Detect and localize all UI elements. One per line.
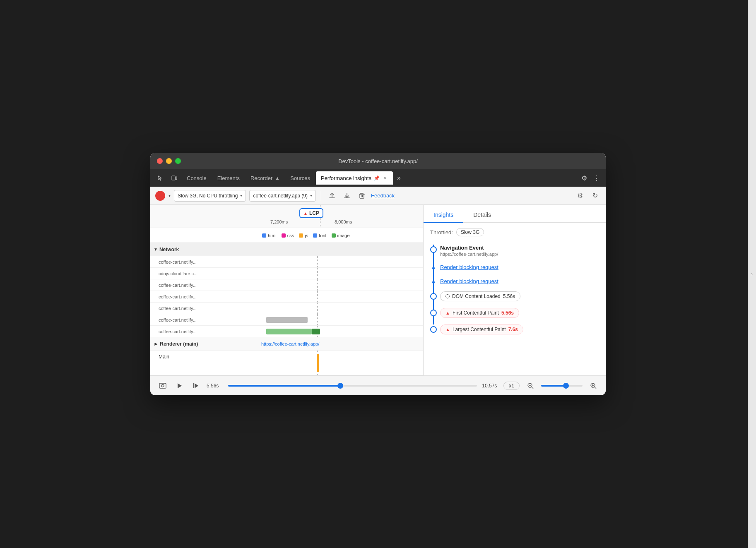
dom-circle-icon [430, 293, 437, 300]
tab-insights[interactable]: Insights [424, 212, 463, 223]
record-dropdown-arrow[interactable]: ▾ [169, 193, 171, 198]
dom-badge: DOM Content Loaded 5.56s [440, 291, 520, 301]
tab-recorder[interactable]: Recorder ▲ [246, 171, 284, 185]
row-label: coffee-cart.netlify... [150, 260, 258, 264]
fcp-badge-value: 5.56s [501, 310, 514, 316]
feedback-link[interactable]: Feedback [371, 192, 395, 199]
vert-line [433, 277, 434, 291]
dashed-line-row [317, 303, 318, 314]
tab-details[interactable]: Details [463, 212, 501, 223]
dom-badge-label: DOM Content Loaded [452, 293, 501, 299]
legend-css: css [282, 233, 294, 238]
zoom-out-icon[interactable] [525, 380, 536, 392]
lcp-circle-icon [430, 326, 437, 333]
tab-sources[interactable]: Sources [285, 171, 315, 185]
skip-to-start-icon[interactable] [190, 380, 202, 392]
svg-rect-0 [172, 176, 175, 180]
renderer-link[interactable]: https://coffee-cart.netlify.app/ [261, 341, 319, 346]
row-label: cdnjs.cloudflare.c... [150, 271, 258, 276]
row-bar-area [258, 303, 423, 314]
slider-thumb[interactable] [337, 383, 343, 389]
more-options-icon[interactable]: ⋮ [591, 172, 602, 184]
table-row[interactable]: coffee-cart.netlify... [150, 279, 423, 291]
window-title: DevTools - coffee-cart.netlify.app/ [338, 158, 418, 164]
render-dot-2-icon [432, 281, 435, 284]
render-blocking-2-link[interactable]: Render blocking request [440, 278, 498, 284]
renderer-toggle-icon: ► [154, 341, 160, 347]
svg-rect-1 [176, 177, 177, 180]
table-row[interactable]: cdnjs.cloudflare.c... [150, 268, 423, 279]
screenshot-icon[interactable] [157, 380, 169, 392]
zoom-badge[interactable]: x1 [503, 382, 520, 390]
maximize-button[interactable] [175, 158, 181, 164]
more-tabs-icon[interactable]: » [394, 174, 404, 182]
table-row[interactable]: coffee-cart.netlify... [150, 303, 423, 314]
zoom-in-icon[interactable] [587, 380, 599, 392]
titlebar-buttons [157, 158, 181, 164]
network-select[interactable]: Slow 3G, No CPU throttling ▾ [174, 190, 246, 202]
table-row[interactable]: coffee-cart.netlify... [150, 291, 423, 303]
fcp-circle-icon [430, 310, 437, 316]
cursor-icon[interactable] [154, 171, 167, 185]
time-end: 10.57s [482, 383, 498, 389]
event-dom-content: DOM Content Loaded 5.56s [440, 291, 606, 301]
bar-gray [266, 317, 308, 323]
upload-icon[interactable] [326, 190, 338, 202]
legend-html-dot [262, 233, 266, 238]
legend-image-dot [332, 233, 336, 238]
renderer-section-header[interactable]: ► Renderer (main) https://coffee-cart.ne… [150, 337, 423, 351]
legend-css-label: css [287, 233, 294, 238]
lcp-badge-label: Largest Contentful Paint [453, 327, 506, 332]
lcp-label: LCP [309, 210, 319, 216]
zoom-slider[interactable] [541, 385, 583, 387]
main-label: Main [150, 351, 258, 360]
zoom-thumb[interactable] [563, 383, 569, 389]
minimize-button[interactable] [166, 158, 172, 164]
bar-green-dark [312, 329, 320, 334]
dashed-line-row [317, 279, 318, 291]
network-section-header[interactable]: ▼ Network [150, 243, 423, 256]
gear-icon[interactable]: ⚙ [574, 190, 586, 202]
tab-elements[interactable]: Elements [212, 171, 245, 185]
timeline-header: 7,200ms 8,000ms ▲ LCP [150, 205, 423, 228]
table-row[interactable]: coffee-cart.netlify... [150, 256, 423, 268]
site-select[interactable]: coffee-cart.netlify.app (9) ▾ [249, 190, 316, 202]
playback-slider[interactable] [228, 385, 477, 387]
lcp-warning-icon: ▲ [445, 327, 450, 332]
legend-js-label: js [305, 233, 308, 238]
settings-icon[interactable]: ⚙ [578, 172, 590, 184]
dom-circle-small-icon [445, 294, 450, 298]
table-row[interactable]: coffee-cart.netlify... [150, 314, 423, 326]
event-fcp: ▲ First Contentful Paint 5.56s [440, 308, 606, 318]
tab-recorder-label: Recorder [250, 175, 272, 181]
tabbar: Console Elements Recorder ▲ Sources Perf… [150, 169, 606, 187]
lcp-event-badge: ▲ Largest Contentful Paint 7.6s [440, 324, 523, 334]
record-button[interactable] [155, 191, 165, 201]
event-lcp-content: ▲ Largest Contentful Paint 7.6s [440, 324, 606, 334]
network-section: ▼ Network coffee-cart.netlify... cdnjs.c… [150, 243, 423, 375]
device-icon[interactable] [168, 171, 181, 185]
row-bar-area [258, 268, 423, 279]
play-icon[interactable] [173, 380, 185, 392]
row-bar-area [258, 326, 423, 337]
event-fcp-content: ▲ First Contentful Paint 5.56s [440, 308, 606, 318]
render-blocking-1-link[interactable]: Render blocking request [440, 264, 498, 270]
tab-console[interactable]: Console [182, 171, 212, 185]
event-render-blocking-2: Render blocking request [440, 277, 606, 285]
event-lcp: ▲ Largest Contentful Paint 7.6s [440, 324, 606, 334]
events-area: Navigation Event https://coffee-cart.net… [424, 241, 606, 375]
tab-close-icon[interactable]: ✕ [382, 175, 388, 181]
dashed-line-row [317, 268, 318, 279]
svg-rect-2 [360, 194, 364, 198]
svg-rect-6 [193, 383, 194, 388]
lcp-badge-container: ▲ LCP [299, 208, 323, 218]
time-label-1: 7,200ms [270, 219, 288, 224]
download-icon[interactable] [341, 190, 353, 202]
delete-icon[interactable] [356, 190, 368, 202]
tab-performance[interactable]: Performance insights 📌 ✕ [316, 171, 393, 185]
throttle-value: Slow 3G [456, 228, 484, 236]
table-row[interactable]: coffee-cart.netlify... [150, 326, 423, 337]
legend-html: html [262, 233, 277, 238]
close-button[interactable] [157, 158, 163, 164]
refresh-icon[interactable]: ↻ [589, 190, 601, 202]
